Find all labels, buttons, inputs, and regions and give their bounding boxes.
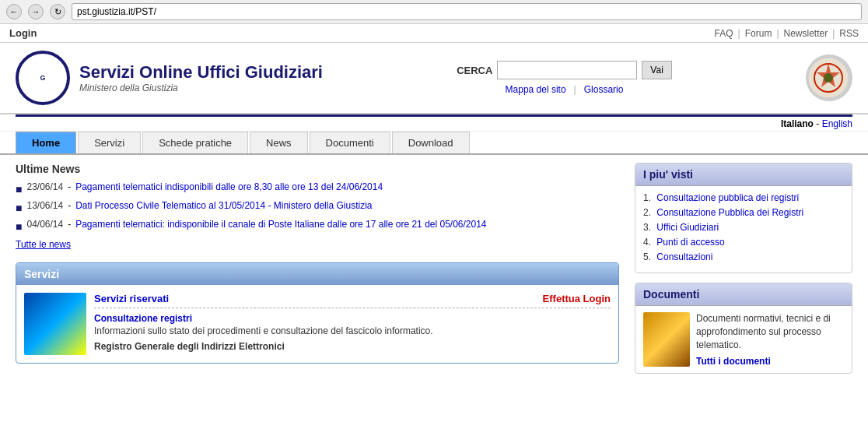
glossario-link[interactable]: Glossario <box>584 84 624 95</box>
all-news-link[interactable]: Tutte le news <box>16 239 71 250</box>
tab-news[interactable]: News <box>250 132 308 153</box>
faq-link[interactable]: FAQ <box>715 28 733 39</box>
forum-link[interactable]: Forum <box>745 28 772 39</box>
servizi-item-title-1: Consultazione registri <box>94 313 611 324</box>
site-subtitle: Ministero della Giustizia <box>79 83 323 93</box>
piu-visti-num-5: 5. <box>643 251 651 262</box>
servizi-body: Servizi riservati Effettua Login Consult… <box>16 285 618 363</box>
news-item: ■ 23/06/14 - Pagamenti telematici indisp… <box>16 181 619 195</box>
news-section-title: Ultime News <box>16 163 619 175</box>
utility-bar: Login FAQ | Forum | Newsletter | RSS <box>0 24 868 43</box>
tab-documenti[interactable]: Documenti <box>310 132 390 153</box>
login-link[interactable]: Login <box>9 27 37 39</box>
piu-visti-link-1[interactable]: Consultazione pubblica dei registri <box>656 192 799 203</box>
search-row: CERCA Vai <box>457 61 672 79</box>
piu-visti-link-4[interactable]: Punti di accesso <box>656 237 724 248</box>
piu-visti-title: I piu' visti <box>635 164 852 186</box>
news-link-2[interactable]: Dati Processo Civile Telematico al 31/05… <box>75 200 372 211</box>
svg-point-3 <box>824 73 833 83</box>
search-input[interactable] <box>497 61 637 79</box>
all-news: Tutte le news <box>16 239 619 250</box>
left-content: Ultime News ■ 23/06/14 - Pagamenti telem… <box>16 163 635 374</box>
servizi-text: Servizi riservati Effettua Login Consult… <box>94 293 611 355</box>
site-header: G Servizi Online Uffici Giudiziari Minis… <box>0 43 868 114</box>
logo-text: Servizi Online Uffici Giudiziari Ministe… <box>79 62 323 93</box>
tab-schede-pratiche[interactable]: Schede pratiche <box>142 132 248 153</box>
main-nav: Home Servizi Schede pratiche News Docume… <box>0 132 868 155</box>
servizi-item-title-2: Registro Generale degli Indirizzi Elettr… <box>94 341 611 352</box>
list-item: 5. Consultazioni <box>643 251 844 262</box>
tutti-documenti-link[interactable]: Tutti i documenti <box>696 356 771 367</box>
servizi-riservati-label: Servizi riservati <box>94 293 169 304</box>
news-item: ■ 13/06/14 - Dati Processo Civile Telema… <box>16 200 619 214</box>
servizi-item-desc-1: Informazioni sullo stato dei procediment… <box>94 325 611 336</box>
tab-download[interactable]: Download <box>392 132 470 153</box>
piu-visti-link-3[interactable]: Uffici Giudiziari <box>656 222 719 233</box>
list-item: 3. Uffici Giudiziari <box>643 222 844 233</box>
news-date-1: 23/06/14 <box>26 181 63 192</box>
search-area: CERCA Vai Mappa del sito | Glossario <box>457 61 672 95</box>
tab-servizi[interactable]: Servizi <box>78 132 141 153</box>
effettua-login-button[interactable]: Effettua Login <box>543 293 611 304</box>
right-sidebar: I piu' visti 1. Consultazione pubblica d… <box>635 163 852 374</box>
piu-visti-num-2: 2. <box>643 207 651 218</box>
list-item: 2. Consultazione Pubblica dei Registri <box>643 207 844 218</box>
piu-visti-num-1: 1. <box>643 192 651 203</box>
piu-visti-num-3: 3. <box>643 222 651 233</box>
list-item: 4. Punti di accesso <box>643 237 844 248</box>
piu-visti-num-4: 4. <box>643 237 651 248</box>
servizi-section: Servizi Servizi riservati Effettua Login… <box>16 262 619 364</box>
piu-visti-section: I piu' visti 1. Consultazione pubblica d… <box>635 163 852 273</box>
logo-area: G Servizi Online Uffici Giudiziari Minis… <box>16 51 323 105</box>
news-bullet-icon: ■ <box>16 183 22 195</box>
rss-link[interactable]: RSS <box>839 28 859 39</box>
news-link-1[interactable]: Pagamenti telematici indisponibili dalle… <box>75 181 383 192</box>
logo-circle: G <box>16 51 70 105</box>
documenti-text-area: Documenti normativi, tecnici e di approf… <box>696 312 844 367</box>
news-section: Ultime News ■ 23/06/14 - Pagamenti telem… <box>16 163 619 250</box>
refresh-button[interactable]: ↻ <box>50 4 65 19</box>
news-date-2: 13/06/14 <box>26 200 63 211</box>
search-label: CERCA <box>457 65 492 76</box>
utility-links: FAQ | Forum | Newsletter | RSS <box>715 27 859 39</box>
search-button[interactable]: Vai <box>642 61 671 79</box>
servizi-riservati-row: Servizi riservati Effettua Login <box>94 293 611 308</box>
main-content: Ultime News ■ 23/06/14 - Pagamenti telem… <box>0 155 868 382</box>
news-link-3[interactable]: Pagamenti telematici: indisponibile il c… <box>75 219 486 230</box>
tab-home[interactable]: Home <box>16 132 76 153</box>
documenti-section: Documenti Documenti normativi, tecnici e… <box>635 283 852 374</box>
news-bullet-icon: ■ <box>16 202 22 214</box>
forward-button[interactable]: → <box>28 4 44 19</box>
language-bar: Italiano - English <box>0 117 868 132</box>
back-button[interactable]: ← <box>6 4 22 19</box>
documenti-title: Documenti <box>635 283 852 306</box>
documenti-image <box>643 312 690 367</box>
newsletter-link[interactable]: Newsletter <box>784 28 828 39</box>
piu-visti-link-2[interactable]: Consultazione Pubblica dei Registri <box>656 207 803 218</box>
piu-visti-body: 1. Consultazione pubblica dei registri 2… <box>635 186 852 272</box>
browser-bar: ← → ↻ <box>0 0 868 24</box>
servizi-image <box>24 293 86 355</box>
lang-english-link[interactable]: English <box>822 118 852 129</box>
address-bar[interactable] <box>72 3 862 20</box>
piu-visti-link-5[interactable]: Consultazioni <box>656 251 712 262</box>
servizi-section-title: Servizi <box>16 263 618 285</box>
mappa-link[interactable]: Mappa del sito <box>506 84 566 95</box>
tutti-documenti: Tutti i documenti <box>696 356 844 367</box>
lang-italian-link[interactable]: Italiano <box>781 118 814 129</box>
news-date-3: 04/06/14 <box>26 219 63 230</box>
news-item: ■ 04/06/14 - Pagamenti telematici: indis… <box>16 219 619 233</box>
documenti-desc: Documenti normativi, tecnici e di approf… <box>696 312 844 351</box>
news-bullet-icon: ■ <box>16 220 22 233</box>
site-title: Servizi Online Uffici Giudiziari <box>79 62 323 83</box>
search-links: Mappa del sito | Glossario <box>506 84 624 95</box>
list-item: 1. Consultazione pubblica dei registri <box>643 192 844 203</box>
documenti-body: Documenti normativi, tecnici e di approf… <box>635 306 852 373</box>
emblem <box>806 54 852 101</box>
